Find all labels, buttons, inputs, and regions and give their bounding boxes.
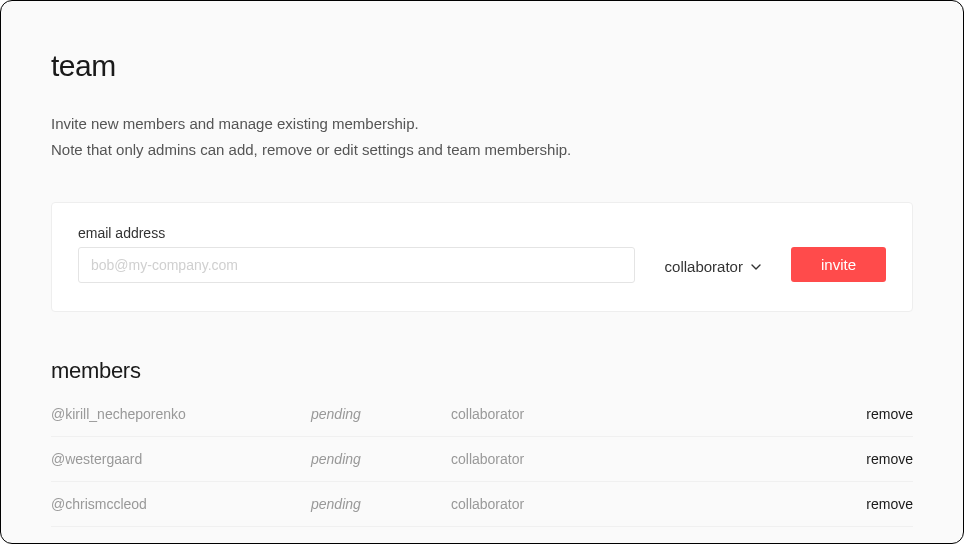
- role-select[interactable]: collaborator: [665, 258, 761, 283]
- description-line-2: Note that only admins can add, remove or…: [51, 137, 913, 163]
- member-handle: @kirill_necheporenko: [51, 406, 311, 422]
- member-status: pending: [311, 496, 451, 512]
- remove-button[interactable]: remove: [866, 451, 913, 467]
- page-description: Invite new members and manage existing m…: [51, 111, 913, 162]
- page-title: team: [51, 49, 913, 83]
- member-row: @westergaard pending collaborator remove: [51, 437, 913, 482]
- description-line-1: Invite new members and manage existing m…: [51, 111, 913, 137]
- member-status: pending: [311, 451, 451, 467]
- member-role: collaborator: [451, 406, 651, 422]
- invite-card: email address collaborator invite: [51, 202, 913, 312]
- chevron-down-icon: [751, 264, 761, 270]
- member-role: collaborator: [451, 451, 651, 467]
- role-selected-label: collaborator: [665, 258, 743, 275]
- member-handle: @westergaard: [51, 451, 311, 467]
- members-title: members: [51, 358, 913, 384]
- invite-button[interactable]: invite: [791, 247, 886, 282]
- email-label: email address: [78, 225, 635, 241]
- remove-button[interactable]: remove: [866, 496, 913, 512]
- email-input[interactable]: [78, 247, 635, 283]
- member-handle: @chrismccleod: [51, 496, 311, 512]
- member-row: @kirill_necheporenko pending collaborato…: [51, 406, 913, 437]
- email-field-group: email address: [78, 225, 635, 283]
- members-list: @kirill_necheporenko pending collaborato…: [51, 406, 913, 527]
- member-role: collaborator: [451, 496, 651, 512]
- member-status: pending: [311, 406, 451, 422]
- remove-button[interactable]: remove: [866, 406, 913, 422]
- member-row: @chrismccleod pending collaborator remov…: [51, 482, 913, 527]
